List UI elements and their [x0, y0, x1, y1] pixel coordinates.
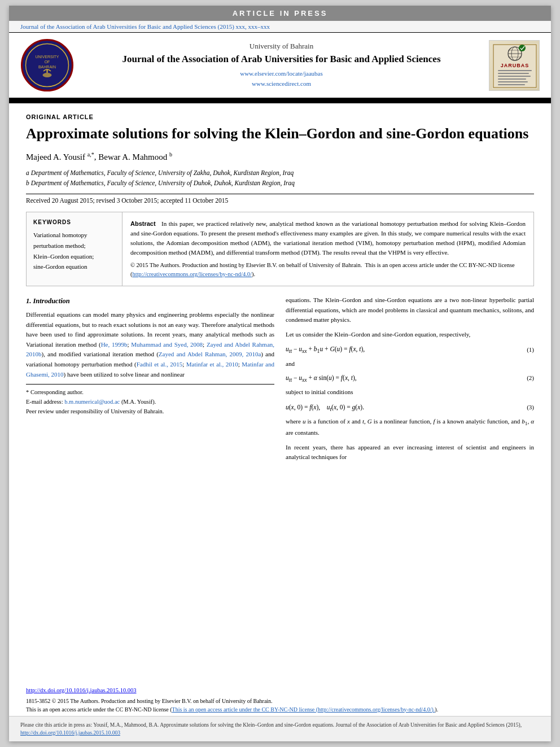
- page: ARTICLE IN PRESS Journal of the Associat…: [9, 6, 551, 741]
- article-section-label: ORIGINAL ARTICLE: [26, 113, 534, 120]
- affiliation-b: b Department of Mathematics, Faculty of …: [26, 178, 534, 188]
- equation-1: utt − uxx + b1u + G(u) = f(x, t),: [286, 344, 365, 356]
- keywords-list: Variational homotopyperturbation method;…: [33, 230, 115, 272]
- svg-rect-16: [498, 70, 532, 71]
- keywords-abstract-box: KEYWORDS Variational homotopyperturbatio…: [26, 212, 534, 286]
- bottom-doi: http://dx.doi.org/10.1016/j.jaubas.2015.…: [9, 685, 551, 696]
- svg-point-14: [519, 45, 526, 51]
- right-para-where: where u is a function of x and t, G is a…: [286, 417, 534, 438]
- intro-heading: 1. Introduction: [26, 295, 274, 307]
- svg-point-5: [43, 73, 52, 77]
- doi-link[interactable]: http://dx.doi.org/10.1016/j.jaubas.2015.…: [26, 687, 137, 693]
- bottom-copyright: 1815-3852 © 2015 The Authors. Production…: [9, 696, 551, 716]
- journal-urls: www.elsevier.com/locate/jaaubas www.scie…: [82, 69, 480, 89]
- abstract-body: In this paper, we practiced relatively n…: [130, 220, 526, 256]
- copyright-text: © 2015 The Authors. Production and hosti…: [130, 261, 526, 279]
- received-line: Received 20 August 2015; revised 3 Octob…: [26, 194, 534, 204]
- body-columns: 1. Introduction Differential equations c…: [26, 295, 534, 467]
- abstract-label: Abstract: [130, 220, 156, 227]
- equation-2: utt − uxx + α sin(u) = f(x, t),: [286, 373, 357, 385]
- author2: Bewar A. Mahmood b: [98, 152, 172, 161]
- equation-3-line: u(x, 0) = f(x), ut(x, 0) = g(x). (3): [286, 402, 534, 414]
- university-logo-left: UNIVERSITY OF BAHRAIN: [20, 38, 74, 92]
- main-content: ORIGINAL ARTICLE Approximate solutions f…: [9, 103, 551, 685]
- issn-line: 1815-3852 © 2015 The Authors. Production…: [26, 698, 273, 704]
- equation-1-line: utt − uxx + b1u + G(u) = f(x, t), (1): [286, 344, 534, 356]
- keyword-1: Variational homotopyperturbation method;: [33, 230, 115, 251]
- ref-matinfar2010[interactable]: Matinfar et al., 2010: [186, 361, 238, 368]
- ref-muhammad2008[interactable]: Muhammad and Syed, 2008: [131, 341, 203, 348]
- equation-3: u(x, 0) = f(x), ut(x, 0) = g(x).: [286, 402, 364, 414]
- article-in-press-banner: ARTICLE IN PRESS: [9, 6, 551, 21]
- svg-text:UNIVERSITY: UNIVERSITY: [35, 55, 59, 59]
- cc-license-link[interactable]: http://creativecommons.org/licenses/by-n…: [133, 271, 252, 277]
- footnotes: * Corresponding author. E-mail address: …: [26, 384, 274, 420]
- intro-para-1: Differential equations can model many ph…: [26, 310, 274, 379]
- banner-text: ARTICLE IN PRESS: [233, 9, 328, 18]
- affiliation-a: a Department of Mathematics, Faculty of …: [26, 168, 534, 178]
- svg-rect-20: [498, 81, 528, 82]
- keyword-2: Klein–Gordon equation;: [33, 251, 115, 262]
- svg-text:OF: OF: [45, 60, 50, 64]
- affiliations: a Department of Mathematics, Faculty of …: [26, 168, 534, 189]
- keywords-title: KEYWORDS: [33, 219, 115, 225]
- eq-number-3: (3): [527, 403, 534, 413]
- citation-box: Please cite this article in press as: Yo…: [9, 716, 551, 742]
- jarubas-logo-box: JARUBAS: [489, 41, 540, 91]
- right-column: equations. The Klein–Gordon and sine-Gor…: [286, 295, 534, 467]
- journal-link-text: Journal of the Association of Arab Unive…: [20, 23, 270, 30]
- svg-rect-19: [498, 78, 526, 80]
- footnote-corresponding: * Corresponding author.: [26, 388, 274, 397]
- journal-link-bar: Journal of the Association of Arab Unive…: [9, 21, 551, 32]
- svg-rect-17: [498, 73, 529, 74]
- equation-2-line: utt − uxx + α sin(u) = f(x, t), (2): [286, 373, 534, 385]
- left-column: 1. Introduction Differential equations c…: [26, 295, 274, 467]
- university-name: University of Bahrain: [82, 42, 480, 51]
- keywords-box: KEYWORDS Variational homotopyperturbatio…: [27, 212, 123, 286]
- abstract-text: Abstract In this paper, we practiced rel…: [130, 219, 526, 257]
- citation-doi-link[interactable]: http://dx.doi.org/10.1016/j.jaubas.2015.…: [20, 730, 120, 736]
- footnote-peer-review: Peer review under responsibility of Univ…: [26, 407, 274, 417]
- eq-number-2: (2): [527, 373, 534, 383]
- subject-to: subject to initial conditions: [286, 387, 534, 397]
- journal-url1: www.elsevier.com/locate/jaaubas: [240, 70, 323, 77]
- footnote-email: E-mail address: b.m.numerical@uod.ac (M.…: [26, 397, 274, 407]
- black-separator: [9, 99, 551, 103]
- citation-text: Please cite this article in press as: Yo…: [20, 722, 522, 736]
- right-para-1: equations. The Klein–Gordon and sine-Gor…: [286, 295, 534, 325]
- author1: Majeed A. Yousif a,*: [26, 152, 94, 161]
- journal-header: UNIVERSITY OF BAHRAIN University of Bahr…: [9, 32, 551, 99]
- right-para-recent: In recent years, there has appeared an e…: [286, 443, 534, 462]
- svg-text:BAHRAIN: BAHRAIN: [38, 65, 56, 69]
- ref-zayed2009[interactable]: Zayed and Abdel Rahman, 2009, 2010a: [159, 351, 261, 357]
- journal-full-name: Journal of the Association of Arab Unive…: [82, 53, 480, 65]
- ref-fadhil2015[interactable]: Fadhil et al., 2015: [137, 361, 183, 368]
- jarubas-logo: JARUBAS: [489, 40, 540, 91]
- ref-he1999b[interactable]: He, 1999b: [101, 341, 128, 348]
- svg-rect-21: [498, 84, 525, 85]
- email-link[interactable]: b.m.numerical@uod.ac: [64, 399, 120, 405]
- right-para-2: Let us consider the Klein–Gordon and sin…: [286, 330, 534, 340]
- keyword-3: sine-Gordon equation: [33, 261, 115, 272]
- bottom-license-link[interactable]: This is an open access article under the…: [172, 706, 435, 713]
- open-access-line: This is an open access article under the…: [26, 706, 438, 713]
- eq-number-1: (1): [527, 345, 534, 355]
- abstract-box: Abstract In this paper, we practiced rel…: [123, 212, 533, 286]
- svg-text:JARUBAS: JARUBAS: [501, 63, 530, 68]
- svg-rect-18: [498, 76, 531, 77]
- authors-line: Majeed A. Yousif a,*, Bewar A. Mahmood b: [26, 151, 534, 162]
- journal-info-center: University of Bahrain Journal of the Ass…: [74, 42, 489, 89]
- and-text-1: and: [286, 359, 534, 369]
- journal-url2: www.sciencedirect.com: [252, 80, 311, 87]
- article-title: Approximate solutions for solving the Kl…: [26, 125, 534, 143]
